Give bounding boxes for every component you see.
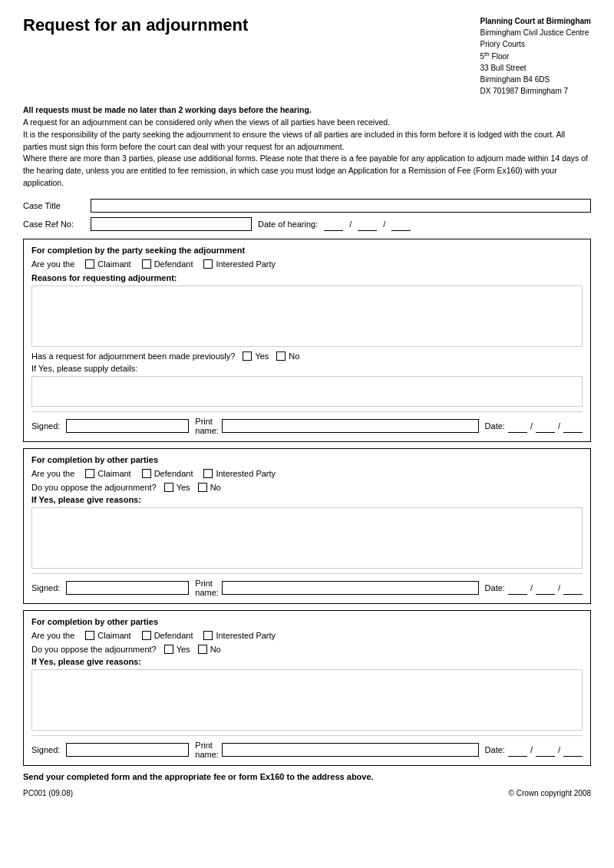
section1-if-yes-textarea[interactable] — [31, 376, 583, 407]
section2-yes-checkbox[interactable] — [164, 483, 173, 492]
section2-interested-party-label[interactable]: Interested Party — [203, 469, 276, 478]
section2-claimant-checkbox[interactable] — [85, 469, 94, 478]
section2-no-text: No — [210, 483, 221, 492]
section1-interested-party-text: Interested Party — [216, 259, 276, 269]
section3-party-row: Are you the Claimant Defendant Intereste… — [31, 631, 583, 640]
section2-if-yes-label: If Yes, please give reasons: — [31, 495, 583, 504]
footer-right: © Crown copyright 2008 — [509, 789, 591, 797]
case-ref-row: Case Ref No: Date of hearing: / / — [23, 217, 591, 231]
section1-date-month[interactable] — [536, 419, 555, 433]
section1-print-name-label: Printname: — [195, 417, 219, 435]
case-title-input[interactable] — [91, 199, 591, 213]
section3-oppose-label: Do you oppose the adjournment? — [31, 645, 157, 654]
section2-signed-input[interactable] — [66, 581, 189, 595]
section1-interested-party-checkbox[interactable] — [203, 259, 213, 269]
section1-yes-checkbox[interactable] — [243, 351, 252, 361]
section2-print-name-input[interactable] — [222, 581, 479, 595]
send-form-text: Send your completed form and the appropr… — [23, 772, 591, 781]
intro-bold-line: All requests must be made no later than … — [23, 104, 591, 117]
case-title-row: Case Title — [23, 199, 591, 213]
section3-signed-input[interactable] — [66, 743, 189, 757]
date-day-input[interactable] — [324, 217, 343, 231]
section1-party-row: Are you the Claimant Defendant Intereste… — [31, 259, 583, 269]
intro-para1: A request for an adjournment can be cons… — [23, 117, 591, 129]
section2-no-checkbox[interactable] — [198, 483, 207, 492]
section1-claimant-label[interactable]: Claimant — [85, 259, 130, 269]
court-info: Planning Court at Birmingham Birmingham … — [480, 15, 591, 97]
section2-date-label: Date: — [485, 583, 505, 592]
section3-no-text: No — [210, 645, 221, 654]
section2-oppose-row: Do you oppose the adjournment? Yes No — [31, 483, 583, 492]
date-of-hearing-label: Date of hearing: — [258, 219, 318, 229]
section1-no-label[interactable]: No — [276, 351, 299, 361]
section3-claimant-checkbox[interactable] — [85, 631, 94, 640]
section3-interested-party-checkbox[interactable] — [203, 631, 213, 640]
intro-text: All requests must be made no later than … — [23, 104, 591, 189]
date-month-input[interactable] — [358, 217, 377, 231]
date-year-input[interactable] — [391, 217, 411, 231]
section1-defendant-text: Defendant — [154, 259, 193, 269]
section1-defendant-label[interactable]: Defendant — [142, 259, 193, 269]
section1-previously-row: Has a request for adjournment been made … — [31, 351, 583, 361]
section1-signed-input[interactable] — [66, 419, 189, 433]
section1-defendant-checkbox[interactable] — [142, 259, 151, 269]
section3-date-label: Date: — [485, 745, 505, 754]
main-title: Request for an adjournment — [23, 15, 248, 35]
section2-box: For completion by other parties Are you … — [23, 448, 591, 604]
section1-print-name-input[interactable] — [222, 419, 479, 433]
section3-yes-label[interactable]: Yes — [164, 645, 190, 654]
section2-defendant-label[interactable]: Defendant — [142, 469, 193, 478]
section1-claimant-checkbox[interactable] — [85, 259, 94, 269]
section1-date-day[interactable] — [508, 419, 527, 433]
section3-date-month[interactable] — [536, 743, 555, 757]
section3-defendant-checkbox[interactable] — [142, 631, 151, 640]
section1-no-text: No — [289, 351, 299, 361]
section2-no-label[interactable]: No — [198, 483, 221, 492]
section1-date-year[interactable] — [563, 419, 583, 433]
court-line1: Birmingham Civil Justice Centre — [480, 27, 591, 38]
section3-claimant-label[interactable]: Claimant — [85, 631, 130, 640]
section1-reasons-textarea[interactable] — [31, 285, 583, 347]
section2-claimant-text: Claimant — [97, 469, 130, 478]
section2-interested-party-text: Interested Party — [216, 469, 276, 478]
section3-print-name-label: Printname: — [195, 741, 219, 759]
section2-signed-row: Signed: Printname: Date: / / — [31, 573, 583, 597]
section1-previously-label: Has a request for adjournment been made … — [31, 351, 235, 361]
intro-para3: Where there are more than 3 parties, ple… — [23, 153, 591, 189]
section1-date-label: Date: — [485, 421, 505, 431]
section1-yes-label[interactable]: Yes — [243, 351, 269, 361]
section3-interested-party-text: Interested Party — [216, 631, 276, 640]
section3-defendant-label[interactable]: Defendant — [142, 631, 193, 640]
section1-are-you-the: Are you the — [31, 259, 74, 269]
section2-date-month[interactable] — [536, 581, 555, 595]
section1-yes-text: Yes — [255, 351, 269, 361]
section2-yes-label[interactable]: Yes — [164, 483, 190, 492]
section3-yes-checkbox[interactable] — [164, 645, 173, 654]
section3-yes-text: Yes — [177, 645, 190, 654]
section3-reasons-textarea[interactable] — [31, 669, 583, 731]
section2-date-day[interactable] — [508, 581, 527, 595]
section3-date-day[interactable] — [508, 743, 527, 757]
section2-title: For completion by other parties — [31, 455, 583, 464]
section3-no-checkbox[interactable] — [198, 645, 207, 654]
section1-no-checkbox[interactable] — [276, 351, 286, 361]
section3-no-label[interactable]: No — [198, 645, 221, 654]
section3-interested-party-label[interactable]: Interested Party — [203, 631, 276, 640]
section2-claimant-label[interactable]: Claimant — [85, 469, 130, 478]
footer-left: PC001 (09.08) — [23, 789, 73, 797]
section2-defendant-checkbox[interactable] — [142, 469, 151, 478]
section1-title: For completion by the party seeking the … — [31, 246, 583, 255]
section3-box: For completion by other parties Are you … — [23, 610, 591, 766]
section1-interested-party-label[interactable]: Interested Party — [203, 259, 276, 269]
section3-print-name-input[interactable] — [222, 743, 479, 757]
section2-date-year[interactable] — [563, 581, 583, 595]
section1-date-group: Date: / / — [485, 419, 583, 433]
case-ref-input[interactable] — [91, 217, 252, 231]
section3-date-year[interactable] — [563, 743, 583, 757]
section1-reasons-label: Reasons for requesting adjourment: — [31, 273, 583, 282]
section2-party-row: Are you the Claimant Defendant Intereste… — [31, 469, 583, 478]
section3-print-name-group: Printname: — [195, 741, 478, 759]
section2-reasons-textarea[interactable] — [31, 507, 583, 569]
case-title-label: Case Title — [23, 201, 84, 210]
section2-interested-party-checkbox[interactable] — [203, 469, 213, 478]
